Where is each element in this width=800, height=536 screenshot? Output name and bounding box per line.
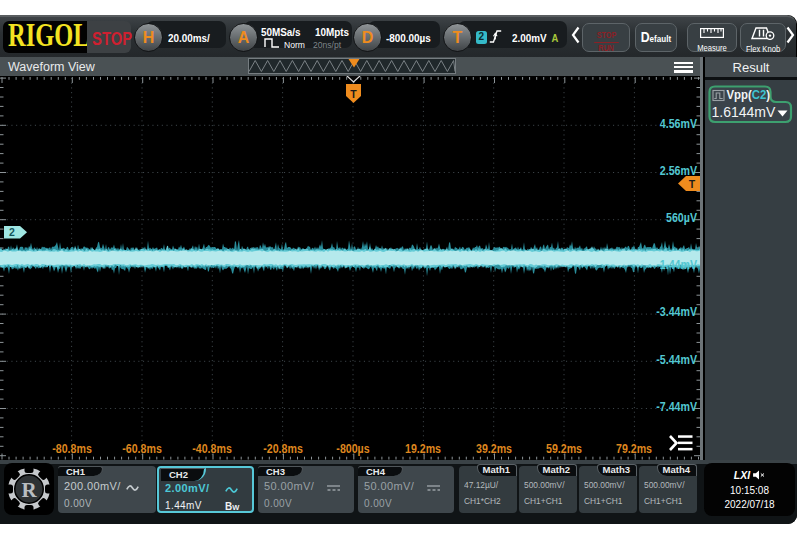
svg-text:1.6144mV: 1.6144mV bbox=[712, 104, 776, 120]
svg-text:T: T bbox=[689, 178, 696, 190]
svg-text:R: R bbox=[21, 478, 37, 502]
svg-text:Vpp(C2): Vpp(C2) bbox=[727, 88, 771, 101]
svg-text:T: T bbox=[350, 88, 357, 100]
svg-text:2: 2 bbox=[9, 226, 15, 238]
